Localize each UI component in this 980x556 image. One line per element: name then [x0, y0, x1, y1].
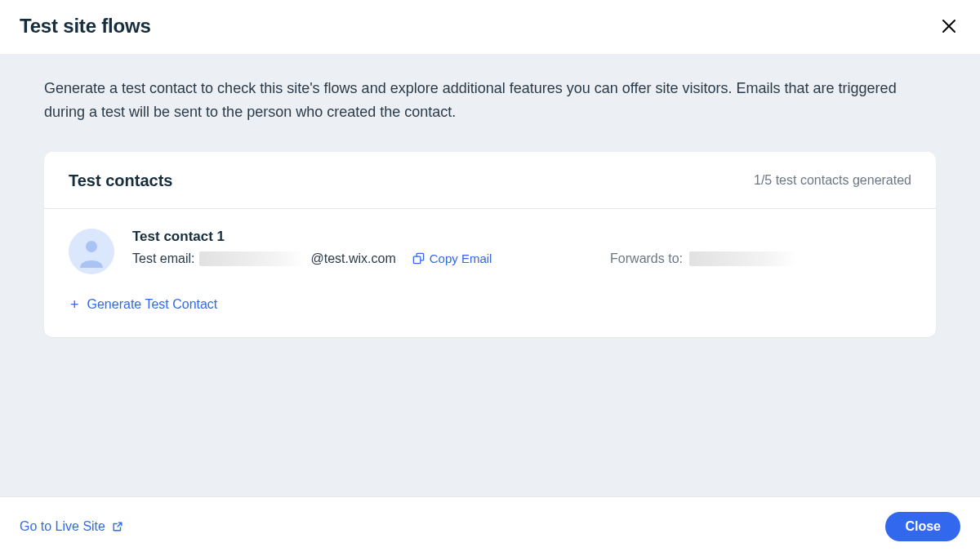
- test-site-flows-modal: Test site flows Generate a test contact …: [0, 0, 980, 556]
- test-email-label: Test email:: [132, 251, 194, 266]
- copy-email-button[interactable]: Copy Email: [412, 251, 492, 265]
- redacted-email-local: [199, 251, 305, 266]
- card-header: Test contacts 1/5 test contacts generate…: [44, 152, 936, 209]
- contacts-generated-count: 1/5 test contacts generated: [754, 173, 911, 188]
- modal-footer: Go to Live Site Close: [0, 496, 980, 556]
- plus-icon: +: [70, 297, 79, 312]
- generate-row: + Generate Test Contact: [44, 282, 936, 337]
- close-icon[interactable]: [938, 15, 960, 38]
- svg-line-5: [118, 523, 122, 527]
- modal-body: Generate a test contact to check this si…: [0, 54, 980, 496]
- test-email-block: Test email: @test.wix.com Copy Email: [132, 251, 492, 266]
- go-to-live-site-link[interactable]: Go to Live Site: [20, 519, 123, 534]
- close-button[interactable]: Close: [885, 512, 960, 541]
- contact-details: Test email: @test.wix.com Copy Email: [132, 251, 911, 266]
- card-title: Test contacts: [69, 171, 172, 190]
- modal-title: Test site flows: [20, 15, 151, 38]
- copy-email-label: Copy Email: [430, 251, 492, 265]
- copy-icon: [412, 252, 425, 265]
- forwards-to-block: Forwards to:: [610, 251, 911, 266]
- contact-main: Test contact 1 Test email: @test.wix.com: [132, 229, 911, 266]
- external-link-icon: [112, 521, 123, 532]
- svg-rect-4: [413, 256, 420, 263]
- contact-row: Test contact 1 Test email: @test.wix.com: [44, 209, 936, 282]
- test-email-domain: @test.wix.com: [310, 251, 395, 266]
- generate-test-contact-button[interactable]: + Generate Test Contact: [70, 297, 217, 312]
- generate-test-contact-label: Generate Test Contact: [87, 297, 218, 312]
- user-icon: [75, 235, 108, 268]
- intro-text: Generate a test contact to check this si…: [44, 77, 926, 124]
- modal-header: Test site flows: [0, 0, 980, 54]
- test-contacts-card: Test contacts 1/5 test contacts generate…: [44, 152, 936, 337]
- forwards-to-label: Forwards to:: [610, 251, 683, 266]
- svg-point-2: [86, 241, 97, 252]
- redacted-forwards-value: [689, 251, 797, 266]
- go-to-live-site-label: Go to Live Site: [20, 519, 105, 534]
- contact-name: Test contact 1: [132, 229, 911, 245]
- avatar: [69, 229, 114, 274]
